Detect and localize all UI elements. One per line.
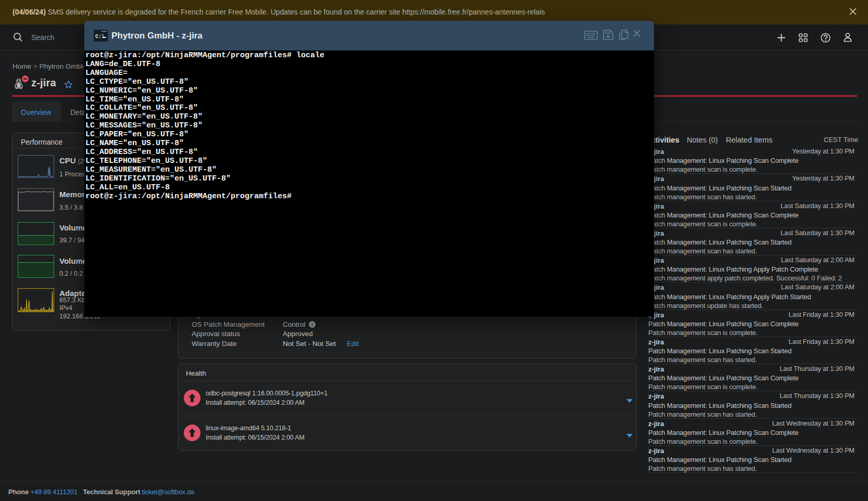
svg-text:C:\: C:\ — [95, 34, 105, 40]
